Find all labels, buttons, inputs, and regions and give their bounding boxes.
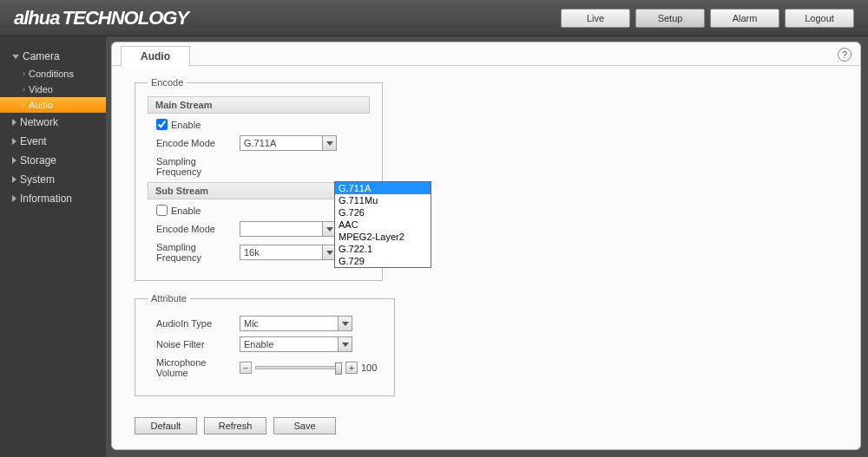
- volume-plus-button[interactable]: +: [345, 362, 358, 374]
- sidebar-label: Camera: [23, 50, 60, 62]
- refresh-button[interactable]: Refresh: [204, 417, 266, 434]
- chevron-down-icon: [338, 317, 352, 330]
- sidebar-item-conditions[interactable]: ›Conditions: [0, 66, 106, 82]
- volume-slider[interactable]: [255, 366, 342, 369]
- sidebar-item-system[interactable]: System: [0, 170, 106, 189]
- setup-button[interactable]: Setup: [635, 9, 705, 28]
- sub-sampling-select[interactable]: 16k: [240, 245, 337, 260]
- volume-minus-button[interactable]: −: [240, 362, 252, 374]
- sub-sampling-label: Sampling Frequency: [156, 242, 240, 263]
- sidebar-item-information[interactable]: Information: [0, 189, 106, 208]
- attribute-fieldset: Attribute AudioIn Type Mic Noise Filter …: [135, 293, 395, 396]
- help-icon[interactable]: ?: [838, 48, 852, 62]
- sub-enable-checkbox[interactable]: [156, 205, 168, 216]
- attribute-legend: Attribute: [148, 293, 190, 304]
- dropdown-option[interactable]: G.726: [335, 206, 431, 219]
- encode-mode-select[interactable]: G.711A: [240, 135, 337, 151]
- save-button[interactable]: Save: [273, 417, 336, 434]
- chevron-down-icon: [338, 337, 352, 351]
- sub-enable-label: Enable: [171, 206, 201, 216]
- noise-filter-label: Noise Filter: [156, 339, 240, 349]
- mic-volume-label: Microphone Volume: [156, 357, 240, 378]
- enable-label: Enable: [171, 120, 201, 130]
- sidebar-item-event[interactable]: Event: [0, 132, 106, 151]
- audioin-label: AudioIn Type: [156, 318, 240, 329]
- audioin-select[interactable]: Mic: [240, 316, 352, 331]
- alarm-button[interactable]: Alarm: [710, 9, 779, 28]
- sidebar-item-camera[interactable]: Camera: [0, 47, 106, 66]
- sub-encode-mode-label: Encode Mode: [156, 224, 240, 234]
- encode-mode-label: Encode Mode: [156, 138, 240, 148]
- logout-button[interactable]: Logout: [785, 9, 854, 28]
- sidebar-item-audio[interactable]: ›Audio: [0, 97, 106, 113]
- dropdown-option[interactable]: AAC: [335, 219, 431, 231]
- logo: alhua TECHNOLOGY: [14, 7, 188, 29]
- chevron-down-icon: [322, 136, 336, 150]
- sub-encode-mode-select[interactable]: [240, 221, 337, 237]
- content-panel: Audio ? Encode Main Stream Enable Encode…: [111, 42, 861, 450]
- encode-legend: Encode: [148, 77, 187, 88]
- dropdown-option[interactable]: G.711A: [335, 182, 431, 194]
- dropdown-option[interactable]: G.722.1: [335, 243, 431, 255]
- sampling-freq-label: Sampling Frequency: [156, 156, 240, 177]
- main-enable-checkbox[interactable]: [156, 119, 168, 130]
- noise-filter-select[interactable]: Enable: [240, 336, 352, 352]
- sidebar-item-storage[interactable]: Storage: [0, 151, 106, 170]
- top-bar: alhua TECHNOLOGY Live Setup Alarm Logout: [0, 0, 868, 36]
- main-stream-header: Main Stream: [148, 96, 370, 114]
- top-nav: Live Setup Alarm Logout: [561, 9, 854, 28]
- volume-value: 100: [361, 362, 377, 373]
- encode-mode-dropdown[interactable]: G.711A G.711Mu G.726 AAC MPEG2-Layer2 G.…: [334, 181, 431, 268]
- dropdown-option[interactable]: MPEG2-Layer2: [335, 231, 431, 243]
- dropdown-option[interactable]: G.711Mu: [335, 194, 431, 206]
- sidebar-item-video[interactable]: ›Video: [0, 82, 106, 97]
- slider-thumb[interactable]: [335, 362, 342, 375]
- live-button[interactable]: Live: [561, 9, 630, 28]
- default-button[interactable]: Default: [135, 417, 197, 434]
- dropdown-option[interactable]: G.729: [335, 255, 431, 267]
- sidebar: Camera ›Conditions ›Video ›Audio Network…: [0, 36, 106, 457]
- sidebar-item-network[interactable]: Network: [0, 113, 106, 132]
- tab-audio[interactable]: Audio: [121, 46, 190, 67]
